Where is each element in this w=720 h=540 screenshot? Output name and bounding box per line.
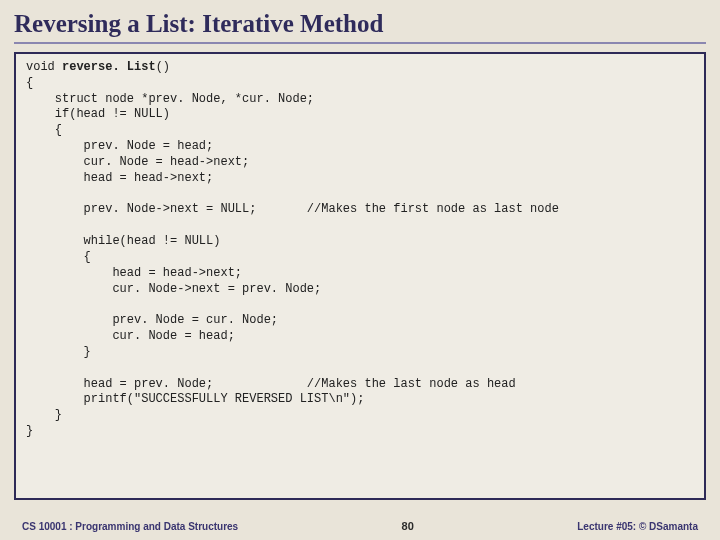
code-line: head = head->next;: [26, 171, 213, 185]
code-line: printf("SUCCESSFULLY REVERSED LIST\n");: [26, 392, 364, 406]
code-line: prev. Node = cur. Node;: [26, 313, 278, 327]
code-line: prev. Node->next = NULL; //Makes the fir…: [26, 202, 559, 216]
footer-right: Lecture #05: © DSamanta: [577, 521, 698, 532]
fn-name: reverse. List: [62, 60, 156, 74]
page-number: 80: [402, 520, 414, 532]
code-box: void reverse. List() { struct node *prev…: [14, 52, 706, 500]
slide: Reversing a List: Iterative Method void …: [0, 0, 720, 540]
code-line: while(head != NULL): [26, 234, 220, 248]
code-line: head = head->next;: [26, 266, 242, 280]
code-line: prev. Node = head;: [26, 139, 213, 153]
code-line: }: [26, 408, 62, 422]
parens: (): [156, 60, 170, 74]
footer-left: CS 10001 : Programming and Data Structur…: [22, 521, 238, 532]
code-line: }: [26, 424, 33, 438]
slide-title: Reversing a List: Iterative Method: [14, 10, 706, 38]
code-line: cur. Node = head;: [26, 329, 235, 343]
footer: CS 10001 : Programming and Data Structur…: [0, 520, 720, 532]
code-line: struct node *prev. Node, *cur. Node;: [26, 92, 314, 106]
code-line: cur. Node = head->next;: [26, 155, 249, 169]
code-line: }: [26, 345, 91, 359]
code-listing: void reverse. List() { struct node *prev…: [26, 60, 694, 440]
code-line: void reverse. List(): [26, 60, 170, 74]
code-line: {: [26, 76, 33, 90]
kw-void: void: [26, 60, 62, 74]
code-line: if(head != NULL): [26, 107, 170, 121]
code-line: head = prev. Node; //Makes the last node…: [26, 377, 516, 391]
title-underline: [14, 42, 706, 44]
code-line: {: [26, 123, 62, 137]
code-line: {: [26, 250, 91, 264]
code-line: cur. Node->next = prev. Node;: [26, 282, 321, 296]
